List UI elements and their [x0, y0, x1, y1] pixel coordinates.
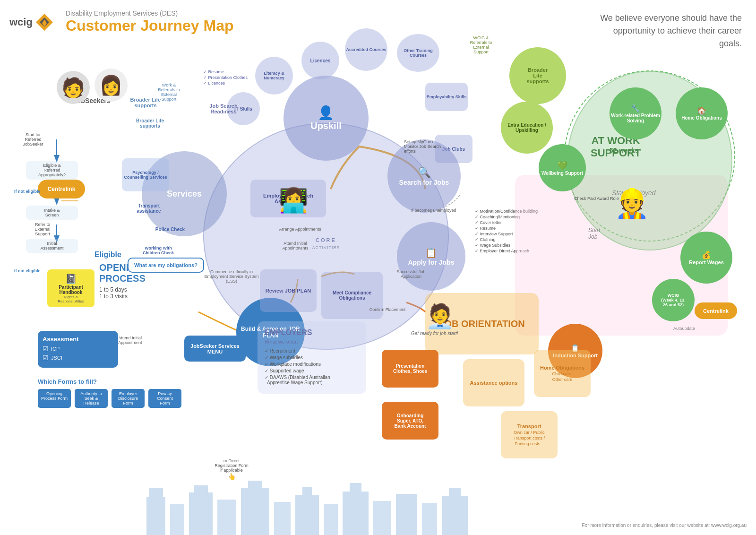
broader-life-bubble-label: BroaderLifesupports: [526, 67, 549, 84]
wcig-weeks-label: WCIG(Week 4, 13,26 and 52): [661, 293, 685, 307]
assessment-jsci: JSCI: [51, 355, 62, 361]
home-obligations-label-green: Home Obligations: [681, 115, 722, 121]
svg-rect-26: [449, 488, 461, 496]
psychology-label: Psychology / Counselling Services: [122, 170, 169, 180]
svg-rect-14: [241, 488, 269, 535]
svg-rect-22: [373, 501, 391, 535]
person-job-orientation: 🧑‍💼: [425, 302, 455, 330]
tagline: We believe everyone should have the oppo…: [591, 12, 742, 50]
initial-assessment-box: InitialAssessment: [26, 239, 78, 253]
home-obligations-orange-box: Home ObligationsChild care,Other care: [534, 350, 591, 397]
home-obligations-bubble-green: 🏠 Home Obligations: [676, 87, 728, 139]
accredited-bubble: Accredited Courses: [345, 28, 387, 71]
onboarding-bubble: OnboardingSuper, ATO,Bank Account: [382, 402, 438, 440]
participant-handbook: 📓 Participant Handbook Rights & Responsi…: [47, 269, 94, 307]
employers-item: ✓ Wage subsidies: [265, 355, 359, 360]
upskill-bubble: 👤 Upskill: [284, 76, 369, 161]
refer-external-label: Refer toExternalSupport: [21, 222, 64, 236]
assessment-icp: ICP: [51, 346, 60, 352]
opening-process-line2: 1 to 3 visits: [99, 293, 180, 300]
wellbeing-bubble: 💚 Wellbeing Support: [539, 144, 586, 191]
accredited-label: Accredited Courses: [346, 47, 386, 52]
svg-rect-15: [248, 481, 262, 488]
intake-screen-box: Intake &Screen: [26, 206, 78, 220]
form-item-privacy: Privacy Consent Form: [148, 389, 181, 408]
work-problem-bubble: 🔧 Work-related Problem Solving: [610, 87, 662, 139]
forms-section: Which Forms to fill? Opening Process For…: [38, 378, 181, 408]
jobseeker-services-menu[interactable]: JobSeeker Services MENU: [184, 336, 246, 362]
compliance-box: Meet Compliance Obligations: [321, 272, 383, 319]
job-search-readiness-label: Job Search Readiness: [202, 103, 245, 114]
search-jobs-label: Search for Jobs: [399, 179, 449, 186]
services-label: Services: [167, 189, 202, 199]
handbook-sub: Rights & Responsibilities: [51, 295, 91, 303]
employers-item: ✓ DAAWS (Disabled Australian Apprentice …: [265, 375, 359, 385]
employability-bubble: Employability Skills: [425, 83, 468, 111]
checklist-item: Presentation Clothes: [203, 75, 248, 80]
transport-assist-label: Transport assistance: [128, 203, 170, 214]
apply-jobs-label: Apply for Jobs: [408, 259, 454, 266]
autoupdate-label: Autoupdate: [673, 326, 695, 331]
svg-rect-17: [295, 495, 319, 535]
logo: wcig: [9, 13, 54, 32]
centrelink-right-label: Centrelink: [703, 308, 729, 314]
title-block: Disability Employment Services (DES) Cus…: [66, 9, 234, 35]
assessment-box: Assessment ☑ ICP ☑ JSCI: [38, 331, 118, 368]
svg-rect-20: [343, 492, 369, 535]
transport-box: TransportOwn car / PublicTransport costs…: [501, 411, 558, 458]
form-item-opening: Opening Process Form: [38, 389, 71, 408]
working-children-label: Working With Children Check: [137, 246, 180, 255]
direct-reg-label: or DirectRegistration Formif applicable …: [208, 458, 255, 480]
employers-subtitle: What we offer:: [265, 339, 359, 345]
employers-item: ✓ Recruitment: [265, 348, 359, 354]
literacy-bubble: Literacy & Numeracy: [255, 57, 293, 95]
svg-rect-24: [422, 503, 437, 535]
svg-rect-21: [350, 483, 361, 492]
attend-initial-appt-label: Attend InitialAppointment: [118, 336, 142, 345]
at-work-weeks: 52 weeks: [610, 147, 639, 154]
main-title: Customer Journey Map: [66, 17, 234, 35]
svg-rect-16: [274, 502, 291, 535]
forms-row: Opening Process Form Authority to Seek &…: [38, 389, 181, 408]
svg-rect-8: [146, 497, 165, 535]
jobseeker-menu-label: JobSeeker Services MENU: [184, 343, 246, 354]
report-wages-bubble: 💰 Report Wages: [680, 232, 732, 284]
confirm-placement-label: Confirm Placement: [364, 307, 411, 312]
wellbeing-label: Wellbeing Support: [541, 171, 583, 176]
svg-rect-12: [194, 485, 208, 492]
form-item-employer: Employer Disclosure Form: [112, 389, 145, 408]
form-item-authority: Authority to Seek & Release: [75, 389, 108, 408]
eligible-flow-box: Eligible &ReferredAppropriately?: [26, 161, 78, 180]
broader-life-bubble: BroaderLifesupports: [509, 47, 566, 104]
checklist-item: Licences: [203, 81, 248, 86]
skyline-decoration: [142, 478, 472, 535]
onboarding-label: OnboardingSuper, ATO,Bank Account: [395, 413, 426, 429]
review-plan-label: Review JOB PLAN: [266, 288, 311, 293]
broader-life-services-label: Broader Lifesupports: [130, 118, 170, 129]
presentation-bubble: PresentationClothes, Shoes: [382, 350, 438, 388]
employers-section: EMPLOYERS What we offer: ✓ Recruitment ✓…: [258, 321, 366, 394]
worker-figure: 👷: [614, 187, 650, 220]
svg-rect-25: [442, 496, 468, 535]
presentation-label: PresentationClothes, Shoes: [393, 363, 427, 374]
subtitle: Disability Employment Services (DES): [66, 9, 234, 17]
forms-title: Which Forms to fill?: [38, 378, 181, 385]
upskill-label: Upskill: [310, 121, 342, 131]
employers-item: ✓ Workplace modifications: [265, 362, 359, 367]
compliance-label: Meet Compliance Obligations: [321, 290, 383, 301]
wcig-referrals-label: WCIG &Referrals toExternalSupport: [462, 35, 500, 54]
licences-label: Licences: [310, 58, 331, 63]
extra-education-bubble: Extra Education / Upskilling: [501, 102, 553, 154]
svg-rect-19: [324, 504, 338, 535]
logo-text: wcig: [9, 16, 33, 28]
person-figure-1: 🧑: [57, 71, 90, 104]
apply-jobs-bubble: 📋 Apply for Jobs: [397, 222, 465, 291]
psychology-bubble: Psychology / Counselling Services: [122, 158, 169, 191]
svg-rect-11: [189, 492, 213, 535]
footer-text: For more information or enquiries, pleas…: [582, 523, 747, 528]
assistance-label: Assistance options: [470, 380, 518, 386]
start-referred-label: Start forReferredJobSeeker: [14, 132, 52, 147]
employability-label: Employability Skills: [427, 95, 467, 99]
wcig-work-referrals: Work &Referrals toExternalSupport: [149, 83, 189, 102]
centrelink-label: Centrelink: [48, 186, 76, 192]
